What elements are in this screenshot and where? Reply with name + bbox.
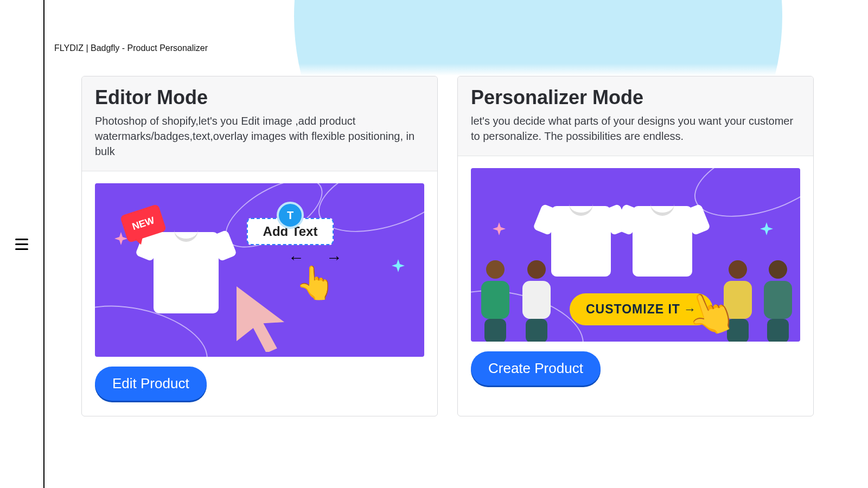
editor-card-title: Editor Mode	[95, 86, 424, 109]
sparkle-icon	[760, 222, 773, 235]
personalizer-mode-card: Personalizer Mode let's you decide what …	[457, 76, 814, 416]
page-title: FLYDIZ | Badgfly - Product Personalizer	[54, 43, 208, 53]
person-icon	[476, 260, 514, 342]
editor-card-header: Editor Mode Photoshop of shopify,let's y…	[82, 76, 437, 171]
text-tool-icon: T	[277, 202, 304, 229]
menu-icon[interactable]	[15, 239, 28, 250]
cursor-icon	[231, 286, 290, 351]
person-icon	[518, 260, 556, 342]
editor-card-description: Photoshop of shopify,let's you Edit imag…	[95, 113, 424, 159]
pointing-hand-icon: 👆	[295, 267, 336, 299]
editor-card-body: NEW T Add Text ←→ 👆 Edit	[82, 171, 437, 416]
tshirt-icon	[633, 206, 692, 277]
personalizer-card-header: Personalizer Mode let's you decide what …	[458, 76, 813, 156]
drag-indicator: ←→ 👆	[288, 248, 342, 299]
customize-it-label: CUSTOMIZE IT	[586, 302, 680, 317]
edit-product-button[interactable]: Edit Product	[95, 367, 207, 401]
sparkle-icon	[392, 259, 405, 272]
mode-cards: Editor Mode Photoshop of shopify,let's y…	[81, 76, 814, 416]
tshirt-icon	[551, 206, 611, 277]
person-icon	[759, 260, 797, 342]
sidebar-rail	[0, 0, 44, 488]
main-area: FLYDIZ | Badgfly - Product Personalizer …	[44, 0, 868, 488]
resize-arrows-icon: ←→	[288, 248, 342, 267]
personalizer-card-description: let's you decide what parts of your desi…	[471, 113, 800, 144]
create-product-button[interactable]: Create Product	[471, 351, 601, 386]
editor-mode-card: Editor Mode Photoshop of shopify,let's y…	[81, 76, 438, 416]
add-text-box: T Add Text	[247, 218, 334, 245]
personalizer-card-body: CUSTOMIZE IT → 👆 Create Product	[458, 156, 813, 401]
personalizer-card-title: Personalizer Mode	[471, 86, 800, 109]
tshirt-icon	[154, 232, 219, 313]
editor-illustration: NEW T Add Text ←→ 👆	[95, 183, 424, 357]
personalizer-illustration: CUSTOMIZE IT → 👆	[471, 168, 800, 342]
sparkle-icon	[493, 222, 506, 235]
